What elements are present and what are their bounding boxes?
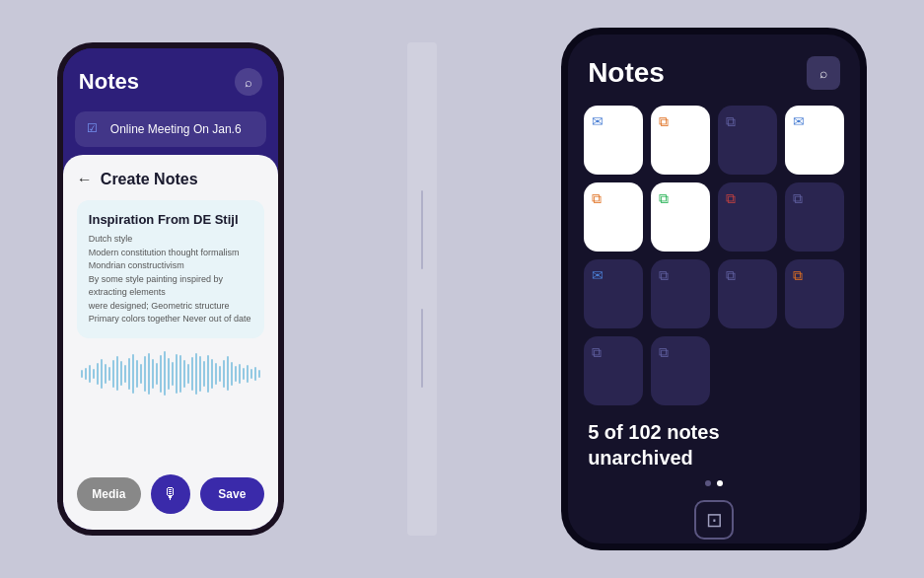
back-arrow[interactable]: ←: [77, 171, 93, 188]
wave-bar: [203, 361, 205, 387]
right-header: Notes ⌕: [568, 35, 860, 100]
left-header: Notes ⌕: [63, 48, 278, 108]
wave-bar: [105, 364, 107, 384]
notes-grid: ✉⧉⧉✉⧉⧉⧉⧉✉⧉⧉⧉⧉⧉: [568, 100, 860, 411]
grid-card-icon-0: ✉: [592, 113, 604, 129]
grid-card-icon-10: ⧉: [726, 267, 736, 284]
grid-card-icon-13: ⧉: [659, 344, 669, 361]
grid-card-icon-7: ⧉: [793, 190, 803, 207]
right-title: Notes: [588, 57, 665, 89]
wave-bar: [128, 358, 130, 390]
wave-bar: [243, 368, 245, 380]
phone-right: Notes ⌕ ✉⧉⧉✉⧉⧉⧉⧉✉⧉⧉⧉⧉⧉ 5 of 102 notesuna…: [561, 28, 867, 550]
wave-bar: [239, 364, 241, 384]
grid-card-icon-4: ⧉: [592, 190, 602, 207]
grid-card-0[interactable]: ✉: [584, 106, 643, 175]
action-buttons: Media 🎙 Save: [63, 465, 278, 530]
wave-bar: [97, 363, 99, 385]
note-list-icon: ☑: [87, 121, 103, 137]
wave-bar: [168, 358, 170, 390]
wave-bar: [176, 354, 178, 394]
wave-bar: [258, 370, 260, 378]
wave-bar: [89, 365, 91, 383]
mic-button[interactable]: 🎙: [151, 474, 190, 514]
wave-bar: [179, 355, 181, 393]
divider-line-2: [421, 309, 423, 388]
wave-bar: [227, 356, 229, 391]
note-card-title: Inspiration From DE Stijl: [89, 212, 252, 227]
grid-card-13[interactable]: ⧉: [651, 336, 710, 405]
notes-icon: ⊡: [706, 508, 723, 532]
grid-card-icon-12: ⧉: [592, 344, 602, 361]
wave-bar: [235, 366, 237, 382]
grid-card-4[interactable]: ⧉: [584, 182, 643, 252]
dot-2: [717, 480, 723, 486]
grid-card-2[interactable]: ⧉: [718, 106, 777, 175]
create-notes-panel: ← Create Notes Inspiration From DE Stijl…: [63, 155, 278, 465]
grid-card-icon-2: ⧉: [726, 113, 736, 130]
wave-bar: [132, 354, 134, 394]
wave-bar: [148, 353, 150, 395]
nav-notes-icon[interactable]: ⊡: [694, 500, 734, 540]
modal-header: ← Create Notes: [77, 171, 264, 188]
wave-bar: [85, 368, 87, 380]
wave-bar: [215, 363, 217, 385]
grid-card-11[interactable]: ⧉: [785, 259, 844, 328]
grid-card-icon-11: ⧉: [793, 267, 803, 284]
dot-1: [705, 480, 711, 486]
wave-bar: [199, 356, 201, 392]
media-button[interactable]: Media: [77, 477, 141, 511]
status-text: 5 of 102 notesunarchived: [568, 411, 860, 474]
wave-bar: [160, 355, 162, 393]
wave-bar: [156, 363, 158, 385]
grid-card-9[interactable]: ⧉: [651, 259, 710, 328]
note-card: Inspiration From DE Stijl Dutch style Mo…: [77, 200, 264, 338]
wave-bar: [223, 360, 225, 388]
wave-bar: [219, 366, 221, 382]
grid-card-5[interactable]: ⧉: [651, 182, 710, 252]
grid-card-10[interactable]: ⧉: [718, 259, 777, 328]
left-search-icon: ⌕: [245, 75, 252, 90]
wave-bar: [140, 364, 142, 384]
note-list-text: Online Meeting On Jan.6: [110, 122, 242, 136]
note-list-item[interactable]: ☑ Online Meeting On Jan.6: [75, 111, 266, 147]
wave-bar: [136, 360, 138, 388]
save-button[interactable]: Save: [200, 477, 264, 511]
waveform: [77, 350, 264, 397]
grid-card-1[interactable]: ⧉: [651, 106, 710, 175]
wave-bar: [152, 359, 154, 389]
wave-bar: [231, 362, 233, 386]
right-search-button[interactable]: ⌕: [807, 56, 840, 90]
grid-card-icon-9: ⧉: [659, 267, 669, 284]
grid-card-3[interactable]: ✉: [785, 106, 844, 175]
left-title: Notes: [79, 69, 139, 95]
wave-bar: [187, 364, 189, 384]
wave-bar: [120, 361, 122, 386]
grid-card-icon-6: ⧉: [726, 190, 736, 207]
grid-card-12[interactable]: ⧉: [584, 336, 643, 405]
wave-bar: [101, 359, 103, 389]
divider-line: [421, 190, 423, 269]
wave-bar: [93, 369, 95, 379]
wave-bar: [144, 356, 146, 392]
wave-bar: [81, 370, 83, 378]
grid-card-icon-5: ⧉: [659, 190, 669, 207]
wave-bar: [254, 367, 256, 381]
pagination-dots: [568, 474, 860, 492]
note-card-body: Dutch style Modern constitution thought …: [89, 233, 252, 326]
mic-icon: 🎙: [163, 485, 178, 503]
grid-card-7[interactable]: ⧉: [785, 182, 844, 252]
grid-card-icon-8: ✉: [592, 267, 604, 283]
grid-card-icon-1: ⧉: [659, 113, 669, 130]
wave-bar: [191, 357, 193, 391]
wave-bar: [183, 360, 185, 388]
wave-bar: [124, 365, 126, 383]
left-search-button[interactable]: ⌕: [235, 68, 262, 96]
phone-left: Notes ⌕ ☑ Online Meeting On Jan.6 ← Crea…: [57, 42, 284, 536]
wave-bar: [172, 362, 174, 386]
wave-bar: [207, 355, 209, 393]
grid-card-6[interactable]: ⧉: [718, 182, 777, 252]
grid-card-8[interactable]: ✉: [584, 259, 643, 328]
bottom-nav: ⊡: [568, 492, 860, 550]
divider: [407, 42, 437, 536]
